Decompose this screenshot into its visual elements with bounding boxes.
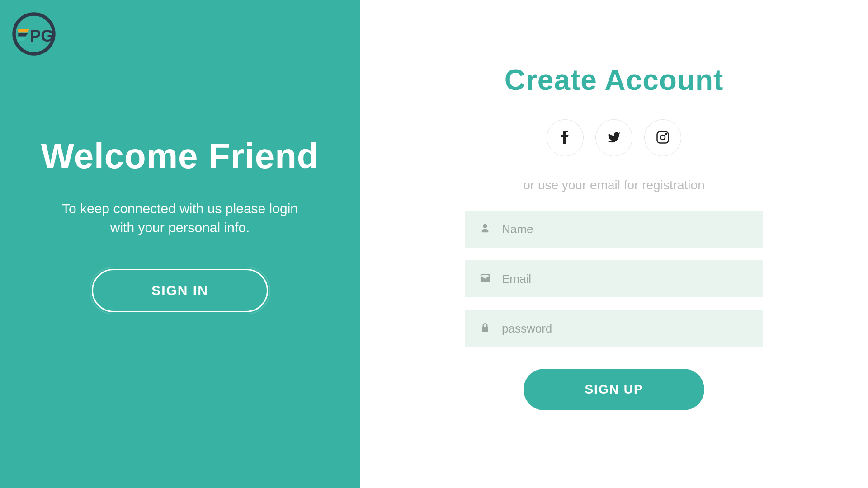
welcome-subtitle: To keep connected with us please login w…: [53, 199, 307, 237]
or-use-email-text: or use your email for registration: [523, 178, 705, 192]
brand-logo: PG: [9, 9, 59, 59]
twitter-icon: [607, 131, 621, 145]
welcome-title: Welcome Friend: [41, 136, 319, 177]
instagram-icon: [656, 131, 670, 145]
envelope-icon: [480, 273, 502, 285]
create-account-title: Create Account: [505, 63, 724, 97]
facebook-icon: [558, 131, 572, 145]
name-input[interactable]: [502, 222, 748, 236]
social-row: [547, 119, 681, 156]
email-input[interactable]: [502, 272, 748, 286]
name-field[interactable]: [465, 211, 763, 248]
signin-button[interactable]: SIGN IN: [92, 269, 268, 312]
password-field[interactable]: [465, 310, 763, 347]
lock-icon: [480, 323, 502, 334]
signup-button[interactable]: SIGN UP: [524, 369, 704, 410]
twitter-button[interactable]: [595, 119, 632, 156]
password-input[interactable]: [502, 322, 748, 336]
svg-point-4: [665, 133, 667, 135]
user-icon: [480, 223, 502, 235]
email-field[interactable]: [465, 260, 763, 297]
svg-point-3: [660, 135, 665, 140]
signup-panel: Create Account or use your email for reg…: [360, 0, 868, 488]
instagram-button[interactable]: [644, 119, 681, 156]
svg-text:PG: PG: [30, 27, 54, 45]
welcome-panel: PG Welcome Friend To keep connected with…: [0, 0, 360, 488]
facebook-button[interactable]: [547, 119, 584, 156]
